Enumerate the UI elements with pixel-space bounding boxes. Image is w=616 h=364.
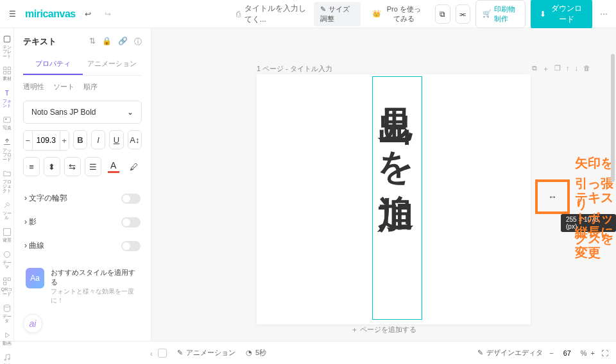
undo-button[interactable]: ↩ [81, 5, 96, 23]
rail-elements[interactable]: 素材 [1, 63, 13, 83]
rail-text[interactable]: Tフォント [1, 86, 13, 110]
sub-order[interactable]: 順序 [83, 82, 98, 92]
svg-point-16 [8, 358, 9, 360]
zoom-in[interactable]: + [591, 349, 595, 357]
text-color[interactable]: A [105, 157, 122, 176]
annotation-3: 縦長に変更 [575, 222, 616, 263]
info-icon[interactable]: ⓘ [134, 37, 142, 47]
page-up[interactable]: ↑ [566, 64, 570, 74]
page-dup[interactable]: ❐ [554, 64, 561, 74]
svg-rect-0 [4, 36, 10, 42]
resize-handle-highlight: ↔ [535, 179, 570, 214]
spacing-button[interactable]: ⇆ [64, 157, 81, 176]
svg-rect-4 [8, 71, 10, 74]
more-button[interactable]: ⋯ [597, 5, 611, 23]
shadow-toggle[interactable] [121, 217, 141, 228]
sort-icon[interactable]: ⇅ [89, 37, 96, 47]
rail-data[interactable]: データ [1, 301, 13, 326]
svg-text:T: T [4, 89, 9, 97]
curve-toggle[interactable] [121, 241, 141, 251]
style-recommend[interactable]: Aa おすすめスタイルを適用するフォントと様々な効果を一度に！ [23, 261, 142, 311]
editor-label[interactable]: ✎ デザインエディタ [477, 348, 543, 358]
anim-button[interactable]: ✎ アニメーション [177, 348, 235, 358]
doc-title[interactable]: タイトルを入力してく... [244, 3, 311, 25]
acc-outline[interactable]: › 文字の輪郭 [23, 186, 142, 210]
svg-point-13 [4, 305, 10, 308]
page-down[interactable]: ↓ [575, 64, 579, 74]
size-input[interactable] [32, 131, 60, 150]
rail-upload[interactable]: アップロード [1, 135, 13, 164]
rail-tool[interactable]: ツール [1, 198, 13, 222]
rail-project[interactable]: プロジェクト [1, 167, 13, 195]
rail-bg[interactable]: 背景 [1, 225, 13, 245]
rail-video[interactable]: 動画 [1, 328, 13, 348]
redo-button[interactable]: ↪ [101, 5, 116, 23]
page-add[interactable]: ＋ [542, 64, 549, 74]
copy-button[interactable]: ⧉ [435, 4, 450, 24]
rail-music[interactable]: 音楽 [1, 351, 13, 364]
svg-marker-14 [5, 333, 9, 338]
align-left[interactable]: ≡ [23, 157, 40, 176]
underline-button[interactable]: U [109, 130, 123, 149]
size-plus[interactable]: + [60, 131, 69, 150]
svg-point-15 [4, 359, 5, 360]
svg-rect-1 [3, 67, 6, 70]
vertical-button[interactable]: A↕ [128, 130, 142, 149]
svg-point-7 [5, 119, 6, 120]
resize-button[interactable]: ✎ サイズ調整 [314, 2, 361, 26]
link-icon[interactable]: 🔗 [118, 37, 128, 47]
panel-title: テキスト [23, 36, 56, 47]
sub-transparency[interactable]: 透明性 [23, 82, 44, 92]
sub-sort[interactable]: ソート [53, 82, 74, 92]
svg-rect-11 [8, 278, 10, 281]
zoom-input[interactable] [558, 349, 577, 357]
resize-handle-icon[interactable]: ↔ [548, 192, 557, 202]
svg-rect-6 [3, 117, 10, 122]
rail-qr[interactable]: QRコード [1, 274, 13, 299]
download-button[interactable]: ⬇ ダウンロード [531, 0, 592, 30]
rail-template[interactable]: テンプレート [1, 32, 13, 61]
page[interactable]: 見出しを追加 [257, 74, 531, 324]
rail-photo[interactable]: 写真 [1, 113, 13, 133]
ai-button[interactable]: ai [23, 314, 42, 333]
list-button[interactable]: ☰ [85, 157, 101, 176]
share-button[interactable]: ⫘ [456, 4, 470, 24]
app-logo: miricanvas [25, 8, 76, 20]
menu-icon[interactable]: ☰ [5, 5, 20, 23]
svg-rect-3 [3, 71, 6, 74]
page-label: 1 ページ - タイトル入力 [257, 64, 332, 74]
text-content[interactable]: 見出しを追加 [373, 77, 420, 319]
pro-button[interactable]: 👑 Pro を使ってみる [366, 1, 430, 28]
panel-collapse[interactable]: ‹ [144, 346, 159, 361]
canvas-area[interactable]: 1 ページ - タイトル入力 ⧉ ＋ ❐ ↑ ↓ 🗑 見出しを追加 ↔ 255 … [151, 28, 616, 341]
text-box[interactable]: 見出しを追加 [372, 76, 422, 320]
size-minus[interactable]: − [24, 131, 32, 150]
fullscreen-icon[interactable]: ⛶ [601, 349, 608, 357]
save-icon: ⎙ [236, 10, 241, 19]
page-thumb[interactable] [158, 349, 167, 358]
rail-theme[interactable]: テーマ [1, 247, 13, 272]
text-panel: テキスト ⇅ 🔒 🔗 ⓘ プロパティ アニメーション 透明性 ソート 順序 No… [14, 28, 151, 341]
align-vertical[interactable]: ⬍ [44, 157, 60, 176]
acc-curve[interactable]: › 曲線 [23, 234, 142, 258]
font-size-stepper[interactable]: − + [23, 130, 69, 151]
font-select[interactable]: Noto Sans JP Bold ⌄ [23, 101, 142, 124]
zoom-pct: % [581, 349, 587, 357]
tab-animation[interactable]: アニメーション [83, 54, 142, 75]
outline-toggle[interactable] [121, 194, 141, 204]
bold-button[interactable]: B [73, 130, 87, 149]
svg-point-9 [4, 251, 10, 257]
lock-icon[interactable]: 🔒 [102, 37, 112, 47]
zoom-out[interactable]: − [549, 349, 553, 357]
add-page-button[interactable]: ＋ ページを追加する [351, 325, 416, 335]
tab-property[interactable]: プロパティ [23, 54, 83, 75]
scrollbar-vertical[interactable] [611, 54, 615, 182]
highlighter-button[interactable]: 🖊 [125, 157, 142, 176]
duration[interactable]: ◔ 5秒 [246, 348, 266, 358]
acc-shadow[interactable]: › 影 [23, 210, 142, 234]
page-copy[interactable]: ⧉ [532, 64, 537, 74]
page-delete[interactable]: 🗑 [583, 64, 590, 74]
print-button[interactable]: 🛒 印刷物制作 [475, 0, 526, 28]
italic-button[interactable]: I [91, 130, 105, 149]
svg-rect-10 [3, 278, 6, 281]
